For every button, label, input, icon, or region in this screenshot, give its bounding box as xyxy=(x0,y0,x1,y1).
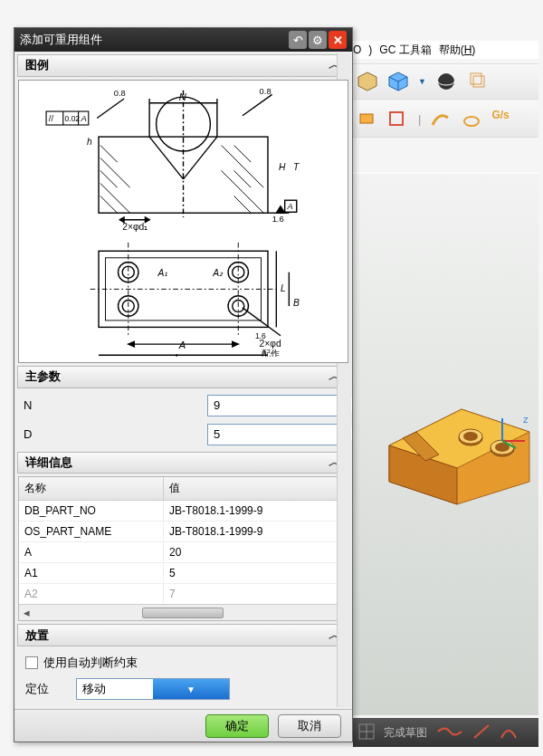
menu-gc-toolbox[interactable]: GC 工具箱 xyxy=(379,43,431,58)
svg-line-43 xyxy=(100,170,118,187)
sphere-icon[interactable] xyxy=(435,71,457,92)
auto-constraint-label: 使用自动判断约束 xyxy=(43,655,138,671)
scroll-left-icon[interactable]: ◂ xyxy=(19,606,33,619)
svg-line-44 xyxy=(100,183,130,213)
grid-icon[interactable] xyxy=(358,723,375,742)
sweep-icon[interactable] xyxy=(430,109,452,130)
add-reusable-component-dialog: 添加可重用组件 ↶ ⚙ ✕ 图例 ︿ // 0.02 A xyxy=(14,27,353,742)
wire-cube-icon[interactable] xyxy=(466,71,488,92)
solid-icon[interactable] xyxy=(357,71,378,92)
svg-text:A: A xyxy=(178,339,186,349)
legend-drawing: // 0.02 A xyxy=(18,80,348,363)
section-details-header[interactable]: 详细信息 ︿ xyxy=(17,452,349,474)
svg-text:h: h xyxy=(87,137,92,147)
table-row[interactable]: A27 xyxy=(19,584,348,604)
svg-text:0.8: 0.8 xyxy=(260,87,272,96)
cell-name: DB_PART_NO xyxy=(19,501,164,521)
svg-text:A: A xyxy=(80,114,86,123)
svg-text:Z: Z xyxy=(523,416,529,425)
cell-name: A xyxy=(19,542,164,562)
svg-marker-60 xyxy=(276,206,284,212)
svg-line-46 xyxy=(234,145,252,162)
auto-constraint-checkbox[interactable] xyxy=(25,656,38,669)
table-row[interactable]: A20 xyxy=(19,542,348,563)
status-curve1-icon[interactable] xyxy=(436,723,463,742)
menu-help-label: 帮助 xyxy=(439,43,461,56)
dialog-title: 添加可重用组件 xyxy=(20,32,102,48)
cell-value: 5 xyxy=(164,563,348,583)
svg-rect-8 xyxy=(360,114,373,123)
svg-line-52 xyxy=(184,137,217,179)
svg-text:0.8: 0.8 xyxy=(114,89,126,98)
svg-text:B: B xyxy=(293,298,300,308)
svg-marker-90 xyxy=(233,341,239,347)
dropdown-icon[interactable]: ▼ xyxy=(153,679,229,699)
param-d-label: D xyxy=(24,427,207,441)
section-placement-header[interactable]: 放置 ︿ xyxy=(17,624,349,646)
positioning-value: 移动 xyxy=(77,681,153,697)
settings-button[interactable]: ⚙ xyxy=(309,31,327,49)
status-line-icon[interactable] xyxy=(472,723,491,742)
svg-line-28 xyxy=(502,441,516,448)
svg-text:A: A xyxy=(286,202,292,211)
dialog-titlebar[interactable]: 添加可重用组件 ↶ ⚙ ✕ xyxy=(14,28,352,52)
svg-rect-7 xyxy=(473,76,484,87)
cube-icon[interactable] xyxy=(387,71,409,92)
cell-value: 20 xyxy=(164,542,348,562)
svg-text:0.02: 0.02 xyxy=(65,114,81,123)
reset-button[interactable]: ↶ xyxy=(289,31,307,49)
main-params-label: 主参数 xyxy=(25,368,61,385)
table-row[interactable]: DB_PART_NOJB-T8018.1-1999-9 xyxy=(19,501,348,522)
close-button[interactable]: ✕ xyxy=(329,31,347,49)
svg-text:1.6: 1.6 xyxy=(255,330,266,340)
details-label: 详细信息 xyxy=(25,455,72,471)
cancel-button[interactable]: 取消 xyxy=(278,714,341,738)
param-d-field[interactable]: ▼ xyxy=(207,424,343,445)
svg-text:N: N xyxy=(179,91,187,102)
table-row[interactable]: A15 xyxy=(19,563,348,584)
svg-rect-9 xyxy=(390,112,403,125)
details-table: 名称 值 DB_PART_NOJB-T8018.1-1999-9 OS_PART… xyxy=(18,476,348,621)
svg-line-49 xyxy=(222,170,264,213)
cell-name: A2 xyxy=(19,584,164,604)
param-d-input[interactable] xyxy=(208,427,352,441)
ok-button[interactable]: 确定 xyxy=(205,714,269,738)
revolve-icon[interactable] xyxy=(461,109,482,130)
menu-circle[interactable]: O xyxy=(353,43,361,56)
cell-value: JB-T8018.1-1999-9 xyxy=(164,501,348,521)
table-row[interactable]: OS_PART_NAMEJB-T8018.1-1999-9 xyxy=(19,522,348,542)
svg-line-33 xyxy=(474,725,489,738)
svg-text:H: H xyxy=(279,162,286,172)
svg-line-41 xyxy=(100,145,118,162)
col-name-header[interactable]: 名称 xyxy=(19,477,164,501)
main-params-grid: N ▼ D ▼ xyxy=(16,389,350,451)
viewport-3d[interactable]: Z xyxy=(353,174,538,715)
svg-text:2×φd₁: 2×φd₁ xyxy=(122,222,148,232)
svg-line-45 xyxy=(100,196,118,213)
section-main-params-header[interactable]: 主参数 ︿ xyxy=(17,366,349,388)
legend-label: 图例 xyxy=(25,57,49,73)
menu-help[interactable]: 帮助(H) xyxy=(439,43,476,58)
section-legend-header[interactable]: 图例 ︿ xyxy=(17,54,349,77)
param-n-field[interactable]: ▼ xyxy=(207,395,343,416)
gs-icon[interactable]: G/s xyxy=(491,109,513,130)
horizontal-scrollbar[interactable]: ◂ ▸ xyxy=(19,604,348,620)
svg-point-22 xyxy=(463,432,478,441)
cell-value: 7 xyxy=(164,584,348,604)
svg-text:L: L xyxy=(281,283,286,293)
svg-line-51 xyxy=(149,137,183,179)
tool-b-icon[interactable] xyxy=(387,109,409,130)
status-finish-sketch[interactable]: 完成草图 xyxy=(384,725,427,741)
col-value-header[interactable]: 值 xyxy=(164,477,348,501)
status-arc-icon[interactable] xyxy=(500,723,518,742)
svg-line-48 xyxy=(234,170,252,187)
svg-text://: // xyxy=(49,114,54,123)
dropdown-arrow-icon[interactable]: ▼ xyxy=(418,77,426,86)
positioning-select[interactable]: 移动 ▼ xyxy=(76,678,230,700)
param-n-input[interactable] xyxy=(208,398,352,412)
scroll-thumb[interactable] xyxy=(142,608,224,618)
svg-text:A₂: A₂ xyxy=(212,268,224,278)
auto-constraint-checkbox-row[interactable]: 使用自动判断约束 xyxy=(25,655,341,671)
placement-label: 放置 xyxy=(25,627,49,644)
tool-a-icon[interactable] xyxy=(357,109,378,130)
